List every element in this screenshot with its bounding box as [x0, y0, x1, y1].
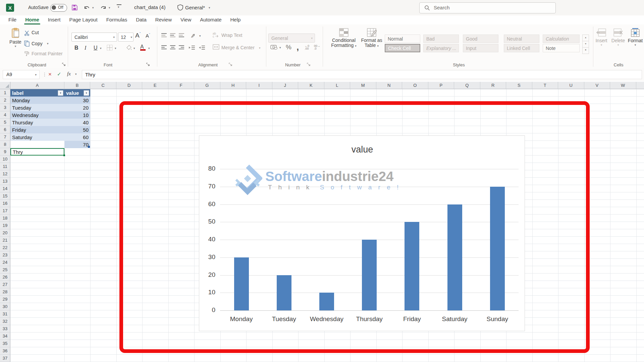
- tab-file[interactable]: File: [4, 15, 21, 24]
- table-cell-value[interactable]: 70: [64, 141, 90, 148]
- save-icon[interactable]: [71, 4, 78, 11]
- column-header-J[interactable]: J: [272, 82, 299, 89]
- sensitivity-label[interactable]: General*: [185, 5, 205, 10]
- cell-style-calculation[interactable]: Calculation: [543, 35, 580, 43]
- row-header-35[interactable]: 35: [0, 340, 10, 347]
- insert-function-dropdown-icon[interactable]: ▾: [75, 72, 77, 76]
- conditional-formatting-button[interactable]: ConditionalFormatting ▾: [330, 27, 357, 49]
- orientation-icon[interactable]: ab: [191, 33, 197, 38]
- underline-button[interactable]: U: [94, 45, 98, 51]
- tab-view[interactable]: View: [176, 15, 196, 24]
- row-header-19[interactable]: 19: [0, 222, 10, 229]
- row-header-23[interactable]: 23: [0, 251, 10, 259]
- alignment-dialog-launcher-icon[interactable]: [229, 63, 232, 66]
- tab-insert[interactable]: Insert: [44, 15, 65, 24]
- edit-cell-fill-handle[interactable]: [63, 155, 65, 156]
- increase-font-size-button[interactable]: Aˆ: [135, 32, 141, 39]
- fill-color-icon[interactable]: [126, 45, 132, 51]
- excel-logo-icon[interactable]: X: [6, 4, 14, 12]
- row-header-18[interactable]: 18: [0, 215, 10, 222]
- row-header-26[interactable]: 26: [0, 274, 10, 281]
- column-header-K[interactable]: K: [298, 82, 324, 89]
- font-dialog-launcher-icon[interactable]: [146, 63, 150, 66]
- merge-center-label[interactable]: Merge & Center: [221, 45, 255, 50]
- decrease-decimal-button[interactable]: 00→.0: [314, 45, 320, 50]
- cell-style-bad[interactable]: Bad: [423, 35, 459, 43]
- customize-toolbar-icon[interactable]: [117, 4, 121, 5]
- column-header-F[interactable]: F: [168, 82, 195, 89]
- filter-dropdown-icon[interactable]: ▾: [84, 90, 89, 96]
- underline-dropdown-icon[interactable]: ▾: [100, 47, 102, 50]
- row-header-13[interactable]: 13: [0, 178, 10, 185]
- cut-button[interactable]: [24, 31, 30, 36]
- fill-color-dropdown-icon[interactable]: ▾: [133, 47, 135, 50]
- sensitivity-shield-icon[interactable]: [177, 4, 183, 11]
- insert-dropdown-icon[interactable]: ▾: [594, 43, 609, 47]
- gallery-more-icon[interactable]: ▾–: [582, 48, 589, 54]
- tab-automate[interactable]: Automate: [196, 15, 226, 24]
- font-color-button[interactable]: A: [140, 44, 146, 51]
- column-header-I[interactable]: I: [246, 82, 272, 89]
- column-header-B[interactable]: B: [64, 82, 90, 89]
- column-header-R[interactable]: R: [480, 82, 506, 89]
- row-header-10[interactable]: 10: [0, 156, 10, 163]
- column-header-D[interactable]: D: [116, 82, 143, 89]
- column-header-N[interactable]: N: [376, 82, 402, 89]
- cell-style-input[interactable]: Input: [463, 44, 498, 52]
- format-as-table-button[interactable]: Format asTable ▾: [360, 27, 384, 49]
- font-name-combobox[interactable]: Calibri ▾: [71, 33, 117, 42]
- decrease-font-size-button[interactable]: Aˇ: [146, 33, 150, 39]
- undo-dropdown-icon[interactable]: ▾: [92, 6, 94, 9]
- row-header-25[interactable]: 25: [0, 266, 10, 274]
- autosave-toggle[interactable]: Off: [50, 4, 67, 12]
- percent-style-button[interactable]: %: [286, 44, 291, 51]
- paste-button[interactable]: Paste ▾: [7, 27, 24, 48]
- cell-style-normal[interactable]: Normal: [385, 35, 420, 43]
- row-header-16[interactable]: 16: [0, 200, 10, 207]
- row-header-30[interactable]: 30: [0, 303, 10, 310]
- clipboard-dialog-launcher-icon[interactable]: [62, 63, 66, 66]
- orientation-dropdown-icon[interactable]: ▾: [199, 34, 201, 38]
- column-header-M[interactable]: M: [350, 82, 376, 89]
- row-header-6[interactable]: 6: [0, 126, 10, 133]
- copy-dropdown-icon[interactable]: ▾: [47, 42, 49, 45]
- column-header-H[interactable]: H: [220, 82, 247, 89]
- column-header-S[interactable]: S: [506, 82, 532, 89]
- row-header-1[interactable]: 1: [0, 89, 10, 97]
- row-header-31[interactable]: 31: [0, 310, 10, 318]
- row-header-3[interactable]: 3: [0, 104, 10, 111]
- row-header-20[interactable]: 20: [0, 229, 10, 237]
- table-header-label[interactable]: label▾: [10, 89, 64, 97]
- gallery-scroll-buttons[interactable]: ▴ ▾ ▾–: [582, 35, 589, 54]
- row-header-17[interactable]: 17: [0, 207, 10, 215]
- row-header-22[interactable]: 22: [0, 244, 10, 251]
- formula-input[interactable]: Thry: [82, 70, 642, 79]
- column-header-G[interactable]: G: [194, 82, 220, 89]
- cell-style-explanatory-[interactable]: Explanatory ...: [423, 44, 459, 52]
- table-cell-value[interactable]: 60: [64, 133, 90, 141]
- column-header-W[interactable]: W: [610, 82, 636, 89]
- confirm-entry-icon[interactable]: ✓: [57, 71, 61, 77]
- bold-button[interactable]: B: [74, 45, 78, 51]
- copy-button[interactable]: [24, 41, 30, 47]
- column-header-C[interactable]: C: [90, 82, 116, 89]
- cancel-entry-icon[interactable]: ×: [48, 71, 52, 78]
- column-header-T[interactable]: T: [532, 82, 558, 89]
- format-painter-icon[interactable]: [24, 51, 30, 56]
- font-size-dropdown-icon[interactable]: ▾: [130, 36, 132, 39]
- tab-help[interactable]: Help: [226, 15, 245, 24]
- column-header-P[interactable]: P: [428, 82, 454, 89]
- indent-buttons[interactable]: [189, 45, 205, 50]
- search-box[interactable]: Search: [419, 2, 556, 13]
- row-header-24[interactable]: 24: [0, 259, 10, 266]
- paste-dropdown-icon[interactable]: ▾: [7, 45, 24, 48]
- row-header-4[interactable]: 4: [0, 111, 10, 119]
- column-header-partial[interactable]: [636, 82, 644, 89]
- comma-style-button[interactable]: ,: [297, 42, 299, 52]
- delete-dropdown-icon[interactable]: ▾: [610, 43, 626, 47]
- row-header-11[interactable]: 11: [0, 163, 10, 170]
- table-cell-label[interactable]: Thursday: [10, 119, 64, 126]
- sensitivity-dropdown-icon[interactable]: ▾: [209, 6, 210, 9]
- tab-formulas[interactable]: Formulas: [102, 15, 132, 24]
- row-header-15[interactable]: 15: [0, 192, 10, 200]
